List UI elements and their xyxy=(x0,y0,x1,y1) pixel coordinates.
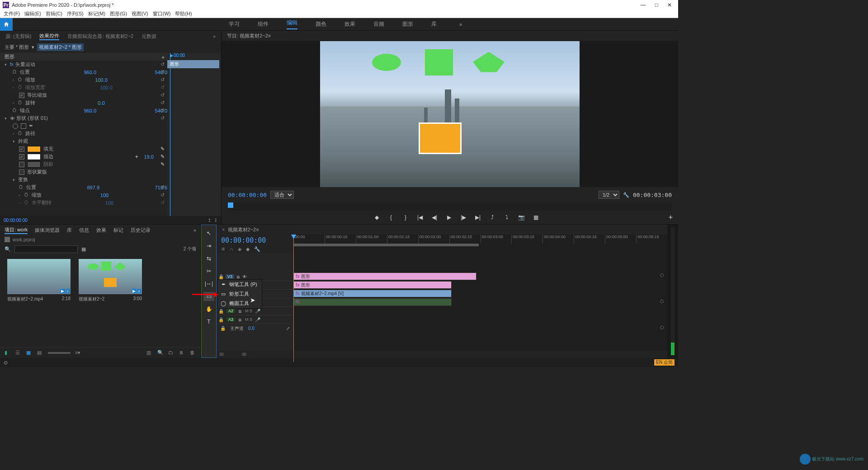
eyedropper-icon[interactable]: ✎ xyxy=(160,146,165,152)
ripple-tool[interactable]: ⇆ xyxy=(203,254,214,263)
shape-ellipse[interactable] xyxy=(372,54,401,71)
pen-icon[interactable]: ✒ xyxy=(29,123,33,129)
workspace-effects[interactable]: 效果 xyxy=(344,20,355,28)
project-item[interactable]: ▶♪ 视频素材2~23:00 xyxy=(79,259,142,343)
thumbnail[interactable]: ▶♪ xyxy=(79,259,142,294)
ec-stroke-value[interactable]: 19.0 xyxy=(144,154,154,160)
menu-sequence[interactable]: 序列(S) xyxy=(67,10,84,17)
ec-stroke-swatch[interactable] xyxy=(27,154,41,160)
hscroll-handle-left[interactable] xyxy=(219,352,224,356)
track-select-tool[interactable]: ⇥ xyxy=(203,241,214,250)
slip-tool[interactable]: |↔| xyxy=(203,279,214,288)
ec-shapemask-checkbox[interactable] xyxy=(19,169,24,175)
timeline-tab[interactable]: 视频素材2~2 xyxy=(228,226,256,233)
ec-uniform-checkbox[interactable]: ✓ xyxy=(19,93,24,98)
tab-library[interactable]: 库 xyxy=(67,227,72,234)
home-button[interactable] xyxy=(0,18,13,31)
add-stroke-button[interactable]: + xyxy=(135,153,138,160)
zoom-select[interactable]: 适合 xyxy=(270,191,294,199)
tab-source[interactable]: 源: (无剪辑) xyxy=(5,33,31,40)
type-tool[interactable]: T xyxy=(203,317,214,326)
trash-icon[interactable]: 🗑 xyxy=(190,350,196,356)
ec-stroke-checkbox[interactable]: ✓ xyxy=(19,154,24,160)
tab-project[interactable]: 项目: work xyxy=(5,226,28,234)
freeform-view-icon[interactable]: ▤ xyxy=(37,350,43,356)
playhead-icon[interactable] xyxy=(228,202,233,208)
workspace-assembly[interactable]: 组件 xyxy=(258,20,269,28)
popout-icon[interactable]: ↧ xyxy=(214,218,217,223)
clip-a1[interactable]: fx xyxy=(293,298,452,306)
tab-audio-mixer[interactable]: 音频剪辑混合器: 视频素材2~2 xyxy=(67,33,133,40)
link-icon[interactable]: ∩ xyxy=(230,246,233,252)
play-button[interactable]: ▶ xyxy=(445,213,453,221)
menu-edit[interactable]: 编辑(E) xyxy=(24,10,41,17)
workspace-learn[interactable]: 学习 xyxy=(229,20,240,28)
icon-view-icon[interactable]: ▦ xyxy=(26,350,33,356)
program-timecode[interactable]: 00:00:00:00 xyxy=(228,192,267,198)
step-back-button[interactable]: ◀| xyxy=(430,213,439,221)
ec-tscale-value[interactable]: 100 xyxy=(100,193,108,198)
ec-tl-clip[interactable]: 图形 xyxy=(167,60,219,68)
eyedropper-icon[interactable]: ✎ xyxy=(160,161,165,167)
menu-graphics[interactable]: 图形(G) xyxy=(110,10,127,17)
shape-rectangle[interactable] xyxy=(425,49,453,75)
workspace-edit[interactable]: 编辑 xyxy=(287,19,297,29)
ec-shadow-swatch[interactable] xyxy=(27,161,41,168)
ec-shape-label[interactable]: 形状 (形状 01) xyxy=(16,115,48,122)
export-frame-button[interactable]: 📷 xyxy=(517,213,525,221)
tab-effects[interactable]: 效果 xyxy=(96,227,106,234)
ec-fill-checkbox[interactable]: ✓ xyxy=(19,146,24,152)
shape-polygon[interactable] xyxy=(473,52,505,72)
eyedropper-icon[interactable]: ✎ xyxy=(160,154,165,160)
menu-help[interactable]: 帮助(H) xyxy=(175,10,192,17)
program-scrubber[interactable] xyxy=(228,202,672,211)
wrench-icon[interactable]: 🔧 xyxy=(623,192,629,198)
thumbnail[interactable]: ▶♪ xyxy=(7,259,71,294)
out-button[interactable]: } xyxy=(401,213,410,221)
pen-tool-item[interactable]: ✒钢笔工具 (P) xyxy=(217,280,262,289)
sort-icon[interactable]: ≡▾ xyxy=(75,350,81,356)
new-item-icon[interactable]: 🗎 xyxy=(179,350,185,356)
effect-controls-list[interactable]: 图形▴ ▾fx矢量运动↺ Ö位置960.0540.0↺ ›Ö缩放100.0↺ ›… xyxy=(0,53,167,216)
tab-markers[interactable]: 标记 xyxy=(113,227,123,234)
tab-info[interactable]: 信息 xyxy=(79,227,89,234)
hscroll-handle-right[interactable] xyxy=(242,352,246,356)
clip-v1[interactable]: fx视频素材2~2.mp4 [V] xyxy=(293,290,452,297)
work-area-bar[interactable] xyxy=(293,244,479,246)
compare-button[interactable]: ▦ xyxy=(532,213,540,221)
hand-tool[interactable]: ✋ xyxy=(203,305,214,314)
find-icon[interactable]: 🔍 xyxy=(157,350,164,356)
ec-vector-motion[interactable]: 矢量运动 xyxy=(15,61,35,68)
language-indicator[interactable]: EN 众简 xyxy=(654,359,675,366)
program-monitor[interactable] xyxy=(222,41,678,187)
project-search-input[interactable] xyxy=(14,245,78,253)
wrench-icon[interactable]: 🔧 xyxy=(254,246,260,252)
timeline-timecode[interactable]: 00:00:00:00 xyxy=(221,236,289,244)
in-button[interactable]: { xyxy=(387,213,395,221)
resolution-select[interactable]: 1/2 xyxy=(599,191,619,199)
workspace-audio[interactable]: 音频 xyxy=(373,20,384,28)
menu-mark[interactable]: 标记(M) xyxy=(88,10,106,17)
minimize-button[interactable]: — xyxy=(641,2,646,8)
lift-button[interactable]: ⤴ xyxy=(488,213,496,221)
track-master[interactable]: 主声道 xyxy=(230,325,244,332)
ec-tposition-x[interactable]: 897.9 xyxy=(87,185,99,190)
tab-media-browser[interactable]: 媒体浏览器 xyxy=(35,227,60,234)
project-item[interactable]: ▶♪ 视频素材2~2.mp42:18 xyxy=(7,259,71,343)
keyframe-handle[interactable] xyxy=(660,300,664,303)
workspace-more[interactable]: » xyxy=(459,21,462,28)
extract-button[interactable]: ⤵ xyxy=(503,213,511,221)
track-a3[interactable]: A3 xyxy=(226,317,235,322)
clip-v3[interactable]: fx图形 xyxy=(293,273,476,280)
ec-anchor-x[interactable]: 960.0 xyxy=(84,108,96,113)
tab-history[interactable]: 历史记录 xyxy=(131,227,151,234)
menu-view[interactable]: 视图(V) xyxy=(132,10,148,17)
goto-in-button[interactable]: |◀ xyxy=(416,213,424,221)
track-a2[interactable]: A2 xyxy=(226,309,235,313)
popin-icon[interactable]: ↥ xyxy=(208,218,211,223)
add-button[interactable]: + xyxy=(669,213,673,221)
workspace-graphics[interactable]: 图形 xyxy=(402,20,413,28)
snap-icon[interactable]: ※ xyxy=(221,246,225,252)
keyframe-handle[interactable] xyxy=(660,273,664,277)
timeline-playhead[interactable] xyxy=(293,235,294,362)
